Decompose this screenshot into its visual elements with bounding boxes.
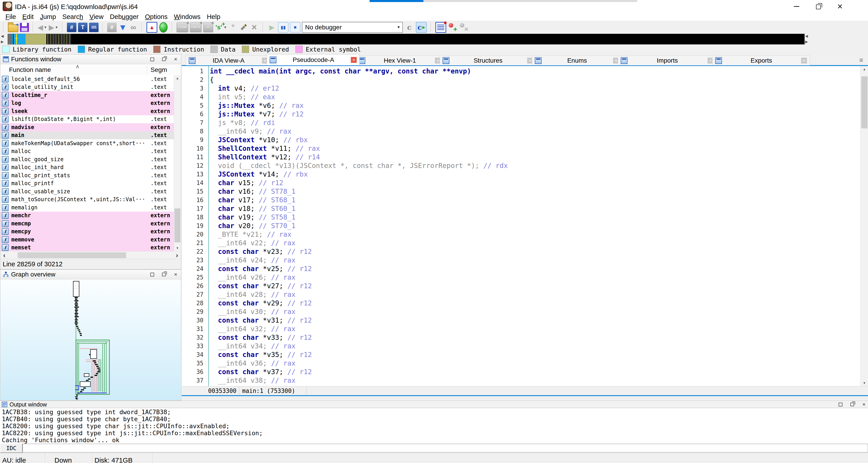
tab-overflow-button[interactable]: ≡ (857, 56, 865, 64)
make-name-button[interactable]: A (203, 22, 213, 33)
menu-item-edit[interactable]: Edit (19, 13, 37, 21)
graph-overview-canvas[interactable] (0, 279, 181, 400)
analysis-indicator[interactable] (159, 22, 168, 33)
code-line[interactable]: 36 const char *v37; // r12 (182, 368, 860, 376)
delete-breakpoint-button[interactable] (459, 22, 468, 33)
add-breakpoint-button[interactable] (448, 22, 457, 33)
tab-ida-view[interactable]: IDA View-A× (186, 56, 271, 65)
code-line[interactable]: 31 __int64 v32; // rax (182, 325, 860, 333)
search-immediate-button[interactable]: # (67, 22, 76, 33)
navigate-forward-button[interactable]: ▶▼ (49, 22, 58, 33)
function-row[interactable]: fmalloc_usable_size.text (0, 187, 174, 195)
function-row[interactable]: fmain.text (0, 131, 174, 140)
pseudocode-vscrollbar[interactable]: ▲ ▼ (860, 66, 868, 386)
make-array-button[interactable]: * (228, 22, 238, 33)
panel-float-button[interactable] (161, 272, 166, 277)
code-line[interactable]: 25 __int64 v26; // rax (182, 273, 860, 282)
function-row[interactable]: fmalloc_init_hard.text (0, 163, 174, 172)
tab-close-button[interactable]: × (801, 58, 807, 64)
code-line[interactable]: 32 const char *v33; // r12 (182, 333, 860, 342)
vscrollbar-thumb[interactable] (175, 209, 180, 242)
column-header-function-name[interactable]: Function name (9, 66, 51, 73)
code-line[interactable]: 3 int v4; // er12 (182, 84, 860, 93)
minimize-button[interactable] (786, 0, 807, 13)
idc-language-button[interactable]: IDC (0, 443, 23, 453)
menu-item-help[interactable]: Help (204, 13, 223, 21)
code-line[interactable]: 19 char v20; // ST70_1 (182, 221, 860, 230)
column-header-segment[interactable]: Segm (151, 66, 167, 73)
scroll-down-icon[interactable]: ▼ (861, 380, 868, 386)
code-line[interactable]: 1int __cdecl main(int argc, const char *… (182, 67, 860, 75)
code-line[interactable]: 9 JSContext *v10; // rbx (182, 136, 860, 144)
function-row[interactable]: fmalloc_print_stats.text (0, 172, 174, 180)
code-line[interactable]: 33 __int64 v34; // rax (182, 342, 860, 350)
tab-close-button[interactable]: × (351, 57, 357, 63)
panel-float-button[interactable] (161, 57, 166, 62)
code-line[interactable]: 7 js *v8; // rdi (182, 119, 860, 127)
code-line[interactable]: 4 int v5; // eax (182, 93, 860, 101)
tab-exports[interactable]: Exports× (712, 56, 810, 65)
code-line[interactable]: 22 const char *v23; // r12 (182, 247, 860, 256)
function-list-hscrollbar[interactable]: ‹ › (0, 251, 181, 259)
panel-maximize-button[interactable] (149, 57, 155, 62)
tab-pseudocode[interactable]: Pseudocode-A× (267, 54, 360, 65)
code-line[interactable]: 16 char v17; // ST68_1 (182, 196, 860, 204)
function-row[interactable]: flocale_utility_init.text (0, 83, 174, 91)
tab-structures[interactable]: Structures× (440, 56, 536, 65)
start-process-button[interactable]: ▶ (268, 22, 276, 33)
search-binary-button[interactable]: 101 (89, 22, 98, 33)
tab-enums[interactable]: Enums× (532, 56, 622, 65)
code-line[interactable]: 30 const char *v31; // r12 (182, 316, 860, 325)
stop-process-button[interactable]: ■ (290, 22, 301, 33)
scroll-up-icon[interactable]: ▲ (174, 75, 181, 82)
panel-maximize-button[interactable] (838, 402, 843, 407)
function-row[interactable]: flshift(DtoaState *,Bigint *,int).text (0, 115, 174, 123)
code-line[interactable]: 29 __int64 v30; // rax (182, 307, 860, 316)
menu-item-file[interactable]: File (2, 13, 19, 21)
output-line[interactable]: 1AC8220: using guessed type int js::jit:… (2, 430, 868, 437)
code-line[interactable]: 34 const char *v35; // r12 (182, 350, 860, 359)
nav-band-scroll-right[interactable]: ◀ ▶ (805, 34, 811, 44)
output-log[interactable]: 1AC7B38: using guessed type int dword_1A… (0, 408, 868, 444)
tab-hex-view[interactable]: Hex View-1× (355, 56, 444, 65)
output-line[interactable]: Caching 'Functions window'... ok (2, 437, 868, 443)
code-line[interactable]: 26 const char *v27; // r12 (182, 282, 860, 290)
save-file-button[interactable] (20, 22, 29, 33)
show-problems-button[interactable]: ▲ (147, 22, 157, 33)
menu-item-search[interactable]: Search (59, 13, 86, 21)
menu-item-options[interactable]: Options (142, 13, 170, 21)
code-line[interactable]: 8 __int64 v9; // rax (182, 127, 860, 136)
idc-command-input[interactable] (23, 444, 868, 452)
navigate-back-button[interactable]: ◀▼ (37, 22, 47, 33)
menu-item-jump[interactable]: Jump (37, 13, 59, 21)
function-row[interactable]: fmemcmpextern (0, 219, 174, 228)
code-line[interactable]: 28 const char *v29; // r12 (182, 299, 860, 307)
edit-function-button[interactable] (239, 22, 248, 33)
code-line[interactable]: 15 char v16; // ST78_1 (182, 187, 860, 196)
panel-close-button[interactable]: × (861, 402, 867, 407)
code-line[interactable]: 17 char v18; // ST60_1 (182, 204, 860, 213)
scroll-left-icon[interactable]: ‹ (1, 252, 8, 259)
scroll-up-icon[interactable]: ▲ (861, 66, 868, 72)
function-row[interactable]: flogextern (0, 99, 174, 107)
code-line[interactable]: 2{ (182, 75, 860, 84)
code-line[interactable]: 14 char v15; // r12 (182, 179, 860, 187)
code-line[interactable]: 20 _BYTE *v21; // rax (182, 230, 860, 239)
code-line[interactable]: 10 ShellContext *v11; // rax (182, 144, 860, 153)
close-button[interactable]: × (829, 0, 851, 13)
menu-item-debugger[interactable]: Debugger (107, 13, 142, 21)
search-again-button[interactable]: # (107, 22, 117, 33)
debugger-select[interactable]: No debugger ▼ (302, 22, 403, 33)
function-row[interactable]: fmath_toSource(JSContext *,uint,JS::Val·… (0, 195, 174, 204)
function-row[interactable]: fmemmoveextern (0, 236, 174, 244)
function-row[interactable]: fmemcpyextern (0, 228, 174, 236)
continue-process-button[interactable]: c (416, 22, 427, 33)
nav-band-canvas[interactable] (8, 34, 805, 44)
function-row[interactable]: fmemalign.text (0, 204, 174, 212)
code-line[interactable]: 18 char v19; // ST58_1 (182, 213, 860, 221)
function-row[interactable]: flseekextern (0, 107, 174, 115)
function-row[interactable]: fmadviseextern (0, 123, 174, 131)
tab-imports[interactable]: Imports× (618, 56, 716, 65)
code-line[interactable]: 37 __int64 v38; // rax (182, 376, 860, 385)
output-line[interactable]: 1AC7B38: using guessed type int dword_1A… (2, 408, 868, 415)
